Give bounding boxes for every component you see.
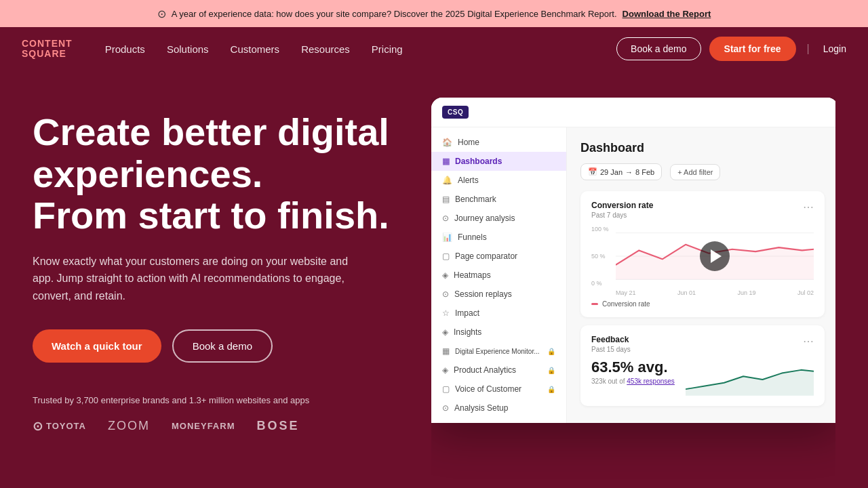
sidebar-home-label: Home xyxy=(458,138,479,147)
sidebar-item-product-analytics[interactable]: ◈ Product Analytics 🔒 xyxy=(431,361,566,380)
headline-line3: From start to finish. xyxy=(33,194,389,237)
sidebar-voice-customer-label: Voice of Customer xyxy=(455,384,521,394)
sidebar-item-analysis-setup[interactable]: ⊙ Analysis Setup xyxy=(431,399,566,418)
banner-cta-link[interactable]: Download the Report xyxy=(623,9,711,19)
banner-text: A year of experience data: how does your… xyxy=(172,9,617,19)
nav-divider: | xyxy=(807,43,810,55)
x-label-jul02: Jul 02 xyxy=(797,289,814,296)
app-preview: CSQ 🏠 Home ▦ Dashboards 🔔 Alerts xyxy=(431,98,835,423)
nav-solutions[interactable]: Solutions xyxy=(167,43,209,55)
app-sidebar: 🏠 Home ▦ Dashboards 🔔 Alerts ▤ Benchmark xyxy=(431,127,567,423)
login-link[interactable]: Login xyxy=(823,43,846,54)
book-demo-hero-button[interactable]: Book a demo xyxy=(172,329,273,363)
hero-body-text: Know exactly what your customers are doi… xyxy=(33,253,358,305)
chart-y-labels: 100 % 50 % 0 % xyxy=(591,226,609,287)
dashboard-title: Dashboard xyxy=(580,141,825,155)
app-main-content: Dashboard 📅 29 Jan → 8 Feb + Add filter … xyxy=(567,127,835,423)
brand-logos: ⊙ TOYOTA zoom moneyfarm BOSE xyxy=(33,419,399,434)
chart-menu-button[interactable]: ⋯ xyxy=(803,201,814,214)
play-button[interactable] xyxy=(700,241,730,271)
start-free-button[interactable]: Start for free xyxy=(709,37,796,61)
sidebar-item-insights[interactable]: ◈ Insights xyxy=(431,323,566,342)
legend-label-conversion: Conversion rate xyxy=(602,300,650,308)
sidebar-item-funnels[interactable]: 📊 Funnels xyxy=(431,228,566,247)
logo[interactable]: CONTENT SQUARE xyxy=(22,39,73,60)
chart-legend: Conversion rate xyxy=(591,300,814,308)
watch-tour-button[interactable]: Watch a quick tour xyxy=(33,329,161,363)
chart-title: Conversion rate xyxy=(591,201,814,210)
y-label-100: 100 % xyxy=(591,226,609,232)
dem-lock-icon: 🔒 xyxy=(547,348,555,355)
feedback-count-link[interactable]: 453k responses xyxy=(627,378,675,385)
feedback-svg xyxy=(686,363,814,396)
sidebar-item-voice-customer[interactable]: ▢ Voice of Customer 🔒 xyxy=(431,380,566,399)
chart-subtitle: Past 7 days xyxy=(591,211,814,219)
benchmark-icon: ▤ xyxy=(442,195,450,204)
feedback-count: 323k out of 453k responses xyxy=(591,378,675,385)
heatmaps-icon: ◈ xyxy=(442,270,448,280)
analysis-setup-icon: ⊙ xyxy=(442,403,449,413)
session-replays-icon: ⊙ xyxy=(442,289,449,299)
nav-products[interactable]: Products xyxy=(105,43,145,55)
sidebar-analysis-setup-label: Analysis Setup xyxy=(454,403,508,413)
conversion-rate-chart: 100 % 50 % 0 % xyxy=(591,226,814,287)
dashboards-icon: ▦ xyxy=(442,157,450,166)
x-label-may21: May 21 xyxy=(616,289,636,296)
filter-bar: 📅 29 Jan → 8 Feb + Add filter xyxy=(580,163,825,180)
dem-icon: ▦ xyxy=(442,346,450,356)
nav-actions: Book a demo Start for free | Login xyxy=(616,37,846,61)
sidebar-session-replays-label: Session replays xyxy=(454,289,512,299)
headline-line1: Create better digital xyxy=(33,110,389,153)
sidebar-item-benchmark[interactable]: ▤ Benchmark xyxy=(431,190,566,209)
feedback-menu-button[interactable]: ⋯ xyxy=(803,335,814,348)
toyota-circle-icon: ⊙ xyxy=(33,419,43,434)
alerts-icon: 🔔 xyxy=(442,176,452,185)
hero-headline: Create better digital experiences. From … xyxy=(33,111,399,237)
trusted-text: Trusted by 3,700 enterprise brands and 1… xyxy=(33,395,399,405)
sidebar-item-session-replays[interactable]: ⊙ Session replays xyxy=(431,285,566,304)
voice-customer-icon: ▢ xyxy=(442,384,450,394)
sidebar-journey-label: Journey analysis xyxy=(454,214,515,223)
nav-pricing[interactable]: Pricing xyxy=(372,43,403,55)
sidebar-item-impact[interactable]: ☆ Impact xyxy=(431,304,566,323)
impact-icon: ☆ xyxy=(442,308,450,318)
csq-logo: CSQ xyxy=(442,106,469,119)
sidebar-item-journey[interactable]: ⊙ Journey analysis xyxy=(431,209,566,228)
nav-resources[interactable]: Resources xyxy=(301,43,350,55)
sidebar-item-page-comparator[interactable]: ▢ Page comparator xyxy=(431,247,566,266)
sidebar-insights-label: Insights xyxy=(454,327,481,337)
insights-icon: ◈ xyxy=(442,327,448,337)
sidebar-page-comparator-label: Page comparator xyxy=(455,251,517,261)
nav-customers[interactable]: Customers xyxy=(231,43,280,55)
add-filter-button[interactable]: + Add filter xyxy=(670,164,720,180)
sidebar-item-alerts[interactable]: 🔔 Alerts xyxy=(431,171,566,190)
sidebar-product-analytics-label: Product Analytics xyxy=(454,365,516,375)
product-analytics-icon: ◈ xyxy=(442,365,448,375)
voice-customer-lock-icon: 🔒 xyxy=(547,386,555,393)
feedback-title: Feedback xyxy=(591,335,814,344)
date-range-chip[interactable]: 📅 29 Jan → 8 Feb xyxy=(580,163,662,180)
sidebar-item-dashboards[interactable]: ▦ Dashboards xyxy=(431,152,566,171)
book-demo-button[interactable]: Book a demo xyxy=(616,37,701,60)
feedback-chart xyxy=(686,363,814,396)
nav-links: Products Solutions Customers Resources P… xyxy=(105,43,616,55)
y-label-50: 50 % xyxy=(591,253,609,260)
x-label-jun19: Jun 19 xyxy=(737,289,755,296)
app-topbar: CSQ xyxy=(431,98,835,127)
sidebar-item-heatmaps[interactable]: ◈ Heatmaps xyxy=(431,266,566,285)
page-comparator-icon: ▢ xyxy=(442,251,450,261)
svg-marker-4 xyxy=(686,370,814,396)
feedback-subtitle: Past 15 days xyxy=(591,346,814,353)
sidebar-item-dem[interactable]: ▦ Digital Experience Monitor... 🔒 xyxy=(431,342,566,361)
sidebar-benchmark-label: Benchmark xyxy=(455,195,496,204)
sidebar-item-home[interactable]: 🏠 Home xyxy=(431,133,566,152)
logo-line1: CONTENT xyxy=(22,39,73,49)
home-icon: 🏠 xyxy=(442,138,452,147)
feedback-score: 63.5% avg. xyxy=(591,359,675,376)
sidebar-funnels-label: Funnels xyxy=(458,232,487,242)
bose-logo: BOSE xyxy=(256,419,299,433)
sidebar-dem-label: Digital Experience Monitor... xyxy=(455,348,540,355)
announcement-banner: ⊙ A year of experience data: how does yo… xyxy=(0,0,868,27)
sidebar-heatmaps-label: Heatmaps xyxy=(454,270,491,280)
product-analytics-lock-icon: 🔒 xyxy=(547,367,555,374)
